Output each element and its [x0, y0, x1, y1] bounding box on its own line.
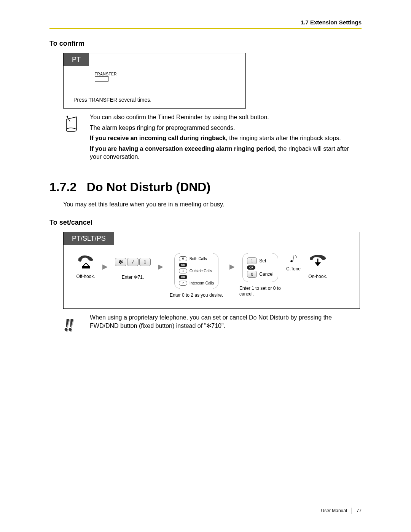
footer-page: 77 [357, 508, 362, 513]
svg-point-0 [67, 116, 68, 117]
svg-rect-2 [82, 266, 90, 268]
key-1: 1 [139, 258, 151, 266]
step1-caption: Off-hook. [76, 274, 95, 284]
ctone-label: C.Tone [286, 266, 301, 272]
transfer-button-icon [95, 76, 108, 81]
dnd-heading: 1.7.2 Do Not Disturb (DND) [49, 180, 362, 194]
option-group-calls: 0Both Calls OR 1Outside Calls OR 2Interc… [176, 253, 217, 289]
step6-caption: On-hook. [308, 274, 327, 284]
step3-caption: Enter 0 to 2 as you desire. [170, 292, 223, 303]
svg-marker-3 [315, 262, 321, 266]
offhook-icon [76, 253, 95, 270]
key-sequence-71: ✻ 7 1 [115, 258, 151, 266]
dnd-tab: PT/SLT/PS [64, 232, 114, 245]
to-confirm-heading: To confirm [49, 40, 362, 48]
exclaim-icon: !! [63, 314, 90, 335]
confirm-caption: Press TRANSFER several times. [73, 97, 236, 103]
key-7: 7 [127, 258, 139, 266]
confirm-procedure-box: PT TRANSFER Press TRANSFER several times… [63, 53, 246, 109]
page-footer: User Manual 77 [321, 508, 362, 514]
confirm-tab: PT [64, 53, 89, 66]
step2-caption: Enter ✻71. [122, 275, 144, 285]
svg-line-1 [67, 117, 70, 121]
note-line4: If you are having a conversation exceedi… [90, 145, 362, 161]
note-line3: If you receive an incoming call during r… [90, 134, 362, 142]
onhook-icon [308, 253, 327, 270]
header-rule [49, 28, 362, 29]
transfer-button-label: TRANSFER [95, 72, 236, 76]
key-star: ✻ [115, 258, 126, 266]
note-row-confirm: You can also confirm the Timed Reminder … [63, 113, 362, 163]
to-setcancel-heading: To set/cancel [49, 219, 362, 227]
arrow-icon: ▶ [102, 262, 108, 271]
ctone-icon [288, 253, 298, 265]
footer-doc: User Manual [321, 508, 347, 513]
exclaim-note-row: !! When using a proprietary telephone, y… [63, 313, 362, 335]
note-line1: You can also confirm the Timed Reminder … [90, 113, 362, 121]
step4-caption: Enter 1 to set or 0 to cancel. [239, 286, 281, 297]
note-line2: The alarm keeps ringing for preprogramme… [90, 124, 362, 132]
dnd-procedure-box: PT/SLT/PS Off-hook. ▶ ✻ 7 [63, 232, 360, 309]
header-section-ref: 1.7 Extension Settings [49, 19, 362, 26]
note-icon [63, 114, 81, 134]
dnd-intro: You may set this feature when you are in… [63, 201, 362, 208]
arrow-icon: ▶ [158, 262, 163, 271]
exclaim-note-text: When using a proprietary telephone, you … [90, 313, 362, 330]
option-group-setcancel: 1Set OR 0Cancel [244, 253, 276, 282]
arrow-icon: ▶ [229, 262, 235, 271]
